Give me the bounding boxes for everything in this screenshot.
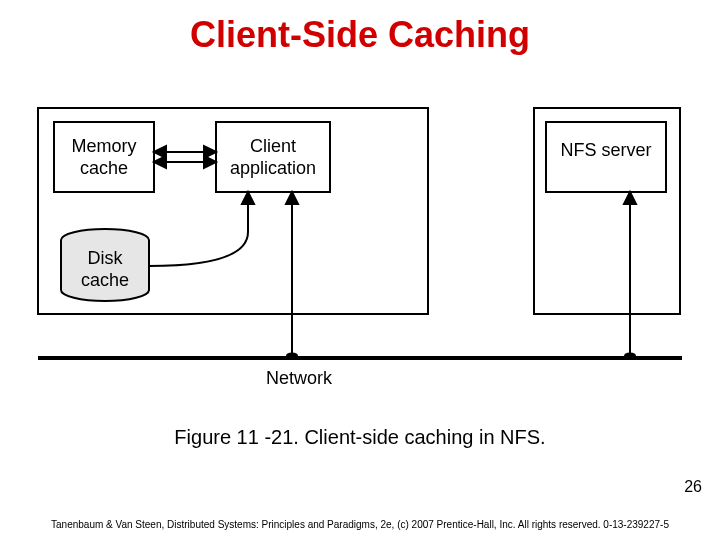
disk-cache-cylinder: Disk cache: [61, 229, 149, 301]
slide-title: Client-Side Caching: [0, 14, 720, 56]
client-app-label-1: Client: [250, 136, 296, 156]
slide: Client-Side Caching Memory cache Client …: [0, 0, 720, 540]
memory-cache-label-1: Memory: [71, 136, 136, 156]
figure-caption: Figure 11 -21. Client-side caching in NF…: [0, 426, 720, 449]
disk-cache-label-1: Disk: [88, 248, 124, 268]
svg-rect-0: [54, 122, 154, 192]
nfs-server-box: NFS server: [546, 122, 666, 192]
nfs-server-label: NFS server: [560, 140, 651, 160]
network-label: Network: [266, 368, 333, 388]
svg-point-18: [287, 354, 297, 359]
svg-rect-15: [38, 356, 682, 360]
network-bar: Network: [38, 356, 682, 388]
memory-cache-box: Memory cache: [54, 122, 154, 192]
client-app-box: Client application: [216, 122, 330, 192]
svg-point-21: [625, 354, 635, 359]
client-app-label-2: application: [230, 158, 316, 178]
memory-cache-label-2: cache: [80, 158, 128, 178]
disk-cache-label-2: cache: [81, 270, 129, 290]
svg-rect-1: [216, 122, 330, 192]
diagram: Memory cache Client application NFS serv…: [34, 104, 686, 400]
diagram-svg: Memory cache Client application NFS serv…: [34, 104, 686, 400]
footer-text: Tanenbaum & Van Steen, Distributed Syste…: [0, 519, 720, 530]
page-number: 26: [684, 478, 702, 496]
